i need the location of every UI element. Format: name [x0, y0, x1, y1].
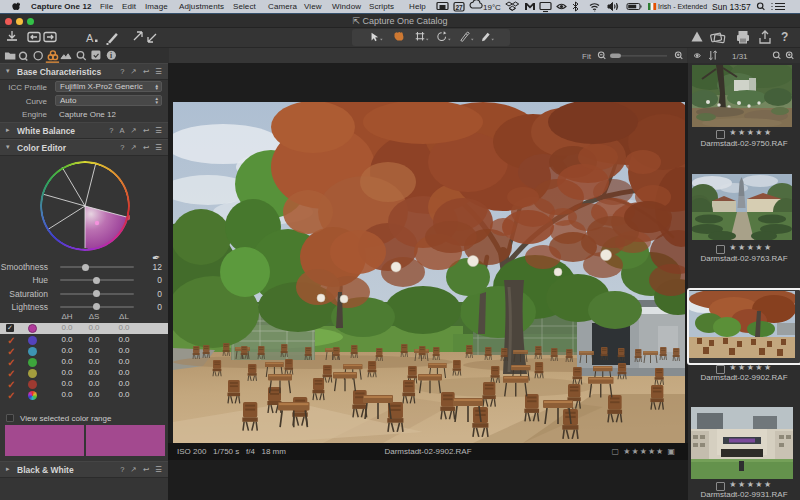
svg-text:?: ? — [781, 30, 788, 44]
svg-text:19°C: 19°C — [483, 3, 501, 12]
svg-text:1/31: 1/31 — [732, 52, 748, 61]
svg-text:Sun 13:57: Sun 13:57 — [712, 2, 751, 12]
svg-text:Fit: Fit — [582, 52, 592, 61]
svg-text:27: 27 — [456, 4, 464, 11]
svg-text:i: i — [110, 51, 112, 60]
svg-text:A: A — [86, 32, 94, 44]
svg-text:Irish - Extended: Irish - Extended — [658, 3, 707, 10]
